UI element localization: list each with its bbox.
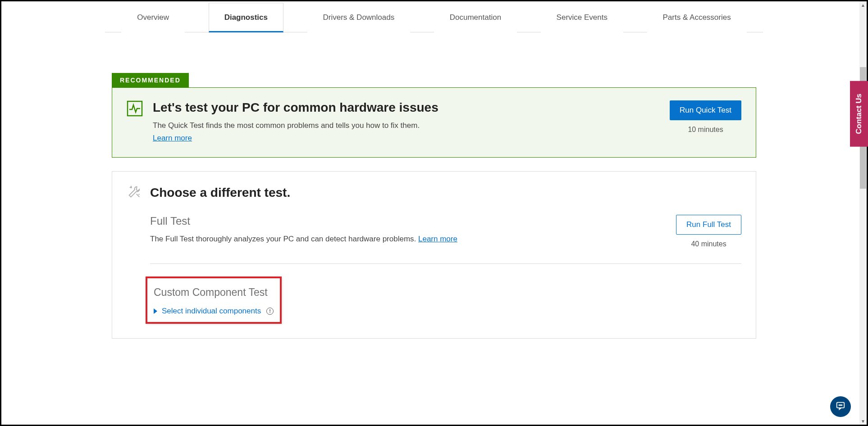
- tab-diagnostics[interactable]: Diagnostics: [209, 3, 283, 32]
- custom-component-test-highlight: Custom Component Test Select individual …: [146, 276, 282, 324]
- run-quick-test-button[interactable]: Run Quick Test: [670, 100, 741, 120]
- tab-overview[interactable]: Overview: [121, 3, 185, 32]
- custom-component-test-title: Custom Component Test: [154, 286, 274, 299]
- quick-test-description: The Quick Test finds the most common pro…: [153, 121, 439, 130]
- quick-test-learn-more-link[interactable]: Learn more: [153, 134, 192, 142]
- scrollbar[interactable]: ▲ ▼: [859, 1, 867, 425]
- info-icon[interactable]: !: [266, 308, 274, 315]
- select-components-row[interactable]: Select individual components !: [154, 307, 274, 316]
- full-test-description: The Full Test thoroughly analyzes your P…: [150, 235, 457, 244]
- scroll-up-icon[interactable]: ▲: [859, 1, 867, 9]
- choose-test-panel: Choose a different test. Full Test The F…: [112, 171, 756, 339]
- contact-us-tab[interactable]: Contact Us: [850, 81, 868, 147]
- full-test-row: Full Test The Full Test thoroughly analy…: [150, 215, 741, 248]
- svg-point-3: [841, 405, 842, 405]
- chat-button[interactable]: [830, 396, 851, 417]
- quick-test-duration: 10 minutes: [670, 126, 741, 134]
- tab-label: Diagnostics: [224, 13, 268, 22]
- svg-point-2: [840, 405, 841, 405]
- tab-bar: Overview Diagnostics Drivers & Downloads…: [105, 2, 763, 32]
- divider: [150, 263, 741, 264]
- scroll-down-icon[interactable]: ▼: [859, 417, 867, 425]
- expand-right-icon: [154, 308, 157, 314]
- tab-label: Documentation: [450, 13, 501, 22]
- tab-label: Service Events: [557, 13, 608, 22]
- quick-test-title: Let's test your PC for common hardware i…: [153, 100, 439, 115]
- tab-label: Overview: [137, 13, 169, 22]
- svg-point-1: [839, 405, 840, 405]
- heartbeat-icon: [127, 100, 143, 143]
- recommended-badge: RECOMMENDED: [112, 73, 189, 87]
- full-test-learn-more-link[interactable]: Learn more: [418, 235, 457, 243]
- scroll-track[interactable]: [859, 9, 867, 417]
- select-components-link[interactable]: Select individual components: [162, 307, 261, 316]
- chat-icon: [836, 401, 845, 412]
- tools-icon: [127, 184, 142, 201]
- tab-parts-accessories[interactable]: Parts & Accessories: [647, 3, 747, 32]
- contact-us-label: Contact Us: [854, 94, 863, 134]
- tab-documentation[interactable]: Documentation: [434, 3, 517, 32]
- tab-service-events[interactable]: Service Events: [541, 3, 623, 32]
- tab-label: Parts & Accessories: [663, 13, 731, 22]
- recommended-label: RECOMMENDED: [120, 77, 181, 84]
- full-test-title: Full Test: [150, 215, 457, 227]
- choose-test-title: Choose a different test.: [150, 186, 290, 200]
- run-full-test-button[interactable]: Run Full Test: [676, 215, 741, 235]
- tab-drivers-downloads[interactable]: Drivers & Downloads: [307, 3, 411, 32]
- quick-test-panel: Let's test your PC for common hardware i…: [112, 87, 756, 158]
- full-test-duration: 40 minutes: [676, 240, 741, 248]
- tab-label: Drivers & Downloads: [323, 13, 395, 22]
